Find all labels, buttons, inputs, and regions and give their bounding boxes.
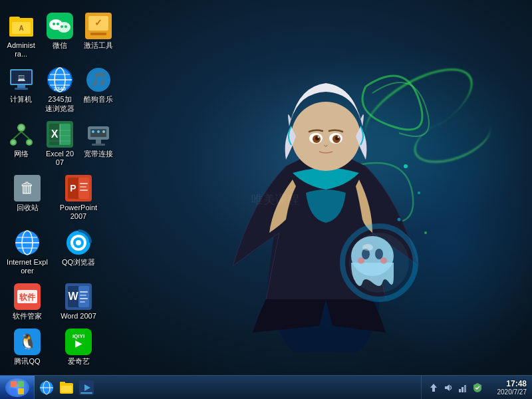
recycle-icon: 🗑 xyxy=(14,175,41,201)
svg-text:W: W xyxy=(68,291,78,302)
svg-text:🗑: 🗑 xyxy=(20,180,35,196)
svg-rect-110 xyxy=(18,381,24,387)
svg-text:▶: ▶ xyxy=(75,338,82,348)
icon-row-7: 🐧 腾讯QQ iQIYI ▶ 爱奇艺 xyxy=(3,326,116,368)
desktop-icon-ie[interactable]: Internet Explorer xyxy=(3,227,51,278)
desktop-icon-computer[interactable]: 💻 计算机 xyxy=(3,64,39,115)
svg-rect-98 xyxy=(78,286,89,307)
desktop-icon-softmgr[interactable]: 软件 软件管家 xyxy=(3,281,51,323)
desktop-icon-network[interactable]: 网络 xyxy=(3,118,39,170)
icon-row-3: 网络 X Excel 2007 xyxy=(3,118,116,170)
svg-rect-118 xyxy=(61,386,72,392)
desktop-icons: A Administra... 微信 xyxy=(0,7,120,373)
svg-point-2 xyxy=(291,102,360,171)
taskbar-explorer[interactable] xyxy=(57,378,76,397)
svg-rect-36 xyxy=(90,33,106,35)
svg-rect-71 xyxy=(92,144,105,146)
computer-icon: 💻 xyxy=(8,66,35,93)
svg-point-32 xyxy=(61,25,63,28)
start-button[interactable] xyxy=(0,376,35,400)
iqiyi-icon: iQIYI ▶ xyxy=(65,329,92,355)
svg-rect-126 xyxy=(464,385,466,392)
svg-rect-81 xyxy=(80,183,88,184)
wechat-label: 微信 xyxy=(53,41,67,50)
svg-line-55 xyxy=(13,132,21,139)
desktop-icon-word[interactable]: W Word 2007 xyxy=(55,281,102,323)
svg-point-58 xyxy=(11,140,15,144)
softmgr-label: 软件管家 xyxy=(13,312,42,321)
tencentqq-icon: 🐧 xyxy=(14,329,41,355)
excel-label: Excel 2007 xyxy=(45,150,74,167)
desktop-icon-recycle[interactable]: 🗑 回收站 xyxy=(3,172,51,223)
svg-point-9 xyxy=(318,136,320,138)
ie-icon xyxy=(14,229,41,256)
browser2345-icon: 2345 xyxy=(47,66,73,93)
svg-rect-121 xyxy=(80,392,92,394)
tray-upload-icon[interactable] xyxy=(427,381,440,394)
svg-rect-117 xyxy=(60,382,65,385)
taskbar-ie[interactable] xyxy=(37,378,56,397)
icon-row-1: A Administra... 微信 xyxy=(3,10,116,61)
desktop-icon-broadband[interactable]: 宽带连接 xyxy=(81,118,116,170)
desktop-icon-iqiyi[interactable]: iQIYI ▶ 爱奇艺 xyxy=(55,326,102,368)
svg-point-33 xyxy=(65,25,67,28)
desktop-icon-admin[interactable]: A Administra... xyxy=(3,10,39,61)
desktop-icon-kkmusic[interactable]: 🎵 酷狗音乐 xyxy=(81,64,116,115)
tencentqq-label: 腾讯QQ xyxy=(14,357,40,366)
svg-rect-83 xyxy=(80,190,88,191)
activate-icon: ✓ xyxy=(85,13,112,39)
svg-text:🎵: 🎵 xyxy=(90,71,107,87)
icon-row-4: 🗑 回收站 P PowerPoint 2007 xyxy=(3,172,116,223)
kkmusic-label: 酷狗音乐 xyxy=(84,95,113,104)
svg-rect-41 xyxy=(15,88,28,90)
sys-tray-icons xyxy=(427,381,484,394)
browser2345-label: 2345加速浏览器 xyxy=(45,95,74,112)
qqbrowser-icon xyxy=(65,229,92,256)
svg-rect-79 xyxy=(78,178,89,199)
svg-text:X: X xyxy=(51,128,59,140)
svg-rect-125 xyxy=(462,387,464,392)
clock-date: 2020/7/27 xyxy=(497,388,527,396)
ie-label: Internet Explorer xyxy=(6,258,49,275)
desktop-icon-wechat[interactable]: 微信 xyxy=(42,10,77,61)
svg-marker-122 xyxy=(430,384,437,392)
svg-point-20 xyxy=(418,192,420,194)
ppt-icon: P xyxy=(65,175,92,201)
svg-point-18 xyxy=(349,233,409,293)
desktop-icon-activate[interactable]: ✓ 激活工具 xyxy=(81,10,116,61)
desktop-icon-ppt[interactable]: P PowerPoint 2007 xyxy=(55,172,102,223)
excel-icon: X xyxy=(47,121,73,148)
word-label: Word 2007 xyxy=(61,312,96,321)
svg-point-72 xyxy=(92,130,94,133)
svg-rect-124 xyxy=(459,389,461,392)
admin-label: Administra... xyxy=(6,41,36,59)
desktop-icon-excel[interactable]: X Excel 2007 xyxy=(42,118,77,170)
tray-network-icon[interactable] xyxy=(456,381,469,394)
desktop-icon-browser2345[interactable]: 2345 2345加速浏览器 xyxy=(42,64,77,115)
clock-time: 17:48 xyxy=(506,379,527,388)
taskbar: 17:48 2020/7/27 xyxy=(0,375,532,399)
svg-rect-112 xyxy=(18,388,24,394)
svg-point-22 xyxy=(424,231,427,234)
svg-point-21 xyxy=(398,218,401,221)
svg-point-19 xyxy=(404,164,408,168)
recycle-label: 回收站 xyxy=(17,203,39,212)
tray-security-icon[interactable] xyxy=(471,381,484,394)
svg-rect-62 xyxy=(60,124,70,145)
clock[interactable]: 17:48 2020/7/27 xyxy=(487,379,527,396)
desktop-icon-tencentqq[interactable]: 🐧 腾讯QQ xyxy=(3,326,51,368)
network-icon xyxy=(8,121,35,148)
svg-rect-100 xyxy=(80,291,88,293)
svg-text:🐧: 🐧 xyxy=(19,332,37,350)
svg-rect-24 xyxy=(9,17,20,21)
network-label: 网络 xyxy=(14,150,29,158)
tray-volume-icon[interactable] xyxy=(442,381,455,394)
desktop-icon-qqbrowser[interactable]: QQ浏览器 xyxy=(55,227,102,278)
svg-text:2345: 2345 xyxy=(54,86,66,92)
svg-point-30 xyxy=(53,23,55,25)
softmgr-icon: 软件 xyxy=(14,283,41,310)
taskbar-media[interactable] xyxy=(77,378,96,397)
broadband-label: 宽带连接 xyxy=(84,150,113,158)
svg-text:A: A xyxy=(19,25,23,32)
svg-line-56 xyxy=(21,132,29,139)
